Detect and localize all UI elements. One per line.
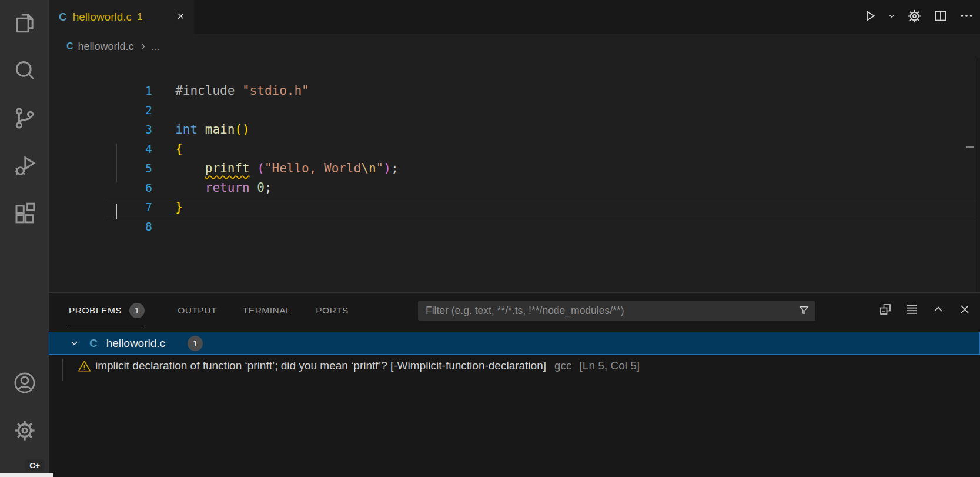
activity-item-explorer[interactable] — [0, 0, 49, 48]
gear-icon — [12, 418, 37, 445]
breadcrumb[interactable]: C helloworld.c ... — [66, 36, 160, 57]
code-line-2[interactable]: 2 — [49, 81, 976, 101]
chevron-right-icon — [138, 42, 148, 51]
problems-count-badge: 1 — [129, 303, 145, 318]
text-cursor — [116, 204, 117, 219]
filter-button[interactable] — [798, 304, 810, 318]
maximize-panel-button[interactable] — [931, 302, 945, 318]
editor-area: C helloworld.c 1 — [49, 0, 980, 477]
panel-header: PROBLEMS 1 OUTPUT TERMINAL PORTS — [49, 293, 980, 328]
problems-file-name: helloworld.c — [106, 337, 165, 350]
activity-item-search[interactable] — [0, 48, 49, 95]
editor-settings-button[interactable] — [907, 8, 922, 26]
window-edge-strip — [0, 473, 53, 477]
tab-helloworld-c[interactable]: C helloworld.c 1 — [49, 0, 194, 34]
code-line-5[interactable]: 5 prinft ("Hello, World\n"); — [49, 139, 976, 159]
c-file-icon: C — [89, 337, 98, 350]
extensions-icon — [12, 201, 37, 228]
panel-tab-label: PROBLEMS — [69, 305, 122, 316]
editor-tab-bar: C helloworld.c 1 — [49, 0, 980, 34]
gear-icon — [907, 8, 922, 26]
tab-problem-count: 1 — [137, 11, 142, 23]
search-icon — [12, 58, 37, 85]
account-icon — [12, 371, 37, 397]
code-editor[interactable]: 1#include "stdio.h" 2 3int main() 4{ 5 p… — [49, 58, 976, 292]
files-icon — [12, 11, 37, 37]
panel-tab-label: OUTPUT — [178, 305, 217, 316]
overview-ruler-marker — [966, 146, 974, 148]
problems-filter-box — [418, 301, 815, 321]
code-line-7[interactable]: 7} — [49, 178, 976, 198]
code-line-3[interactable]: 3int main() — [49, 101, 976, 120]
tree-indent-guide — [62, 359, 63, 381]
run-button[interactable] — [863, 9, 877, 25]
more-actions-icon — [959, 8, 974, 25]
problems-file-row[interactable]: C helloworld.c 1 — [49, 332, 980, 355]
panel-tab-label: PORTS — [316, 305, 349, 316]
breadcrumb-file[interactable]: helloworld.c — [78, 41, 134, 53]
split-editor-button[interactable] — [933, 8, 948, 25]
problem-source: gcc — [554, 359, 572, 372]
close-icon — [176, 11, 186, 23]
collapse-all-button[interactable] — [878, 302, 892, 318]
settings-button[interactable] — [0, 408, 49, 455]
activity-bar — [0, 0, 49, 477]
tab-ports[interactable]: PORTS — [316, 293, 349, 328]
c-file-icon: C — [59, 11, 67, 24]
activity-bar-top — [0, 0, 49, 238]
problem-location: [Ln 5, Col 5] — [580, 359, 640, 372]
run-icon — [863, 9, 877, 25]
line-number: 8 — [108, 217, 152, 236]
activity-item-extensions[interactable] — [0, 191, 49, 238]
breadcrumb-symbol[interactable]: ... — [152, 41, 160, 53]
code-line-6[interactable]: 6 return 0; — [49, 159, 976, 178]
activity-item-run-debug[interactable] — [0, 143, 49, 191]
problem-item[interactable]: implicit declaration of function ‘prinft… — [49, 355, 980, 377]
chevron-down-icon — [69, 338, 80, 349]
panel-actions — [878, 293, 972, 328]
account-button[interactable] — [0, 360, 49, 408]
problem-message: implicit declaration of function ‘prinft… — [95, 359, 546, 372]
close-tab-button[interactable] — [176, 11, 186, 23]
editor-actions — [863, 0, 974, 34]
run-dropdown-button[interactable] — [888, 12, 896, 22]
tab-label: helloworld.c — [73, 11, 132, 24]
tab-terminal[interactable]: TERMINAL — [243, 293, 291, 328]
code-line-1[interactable]: 1#include "stdio.h" — [49, 62, 976, 81]
close-panel-button[interactable] — [958, 302, 972, 318]
file-problems-count-badge: 1 — [188, 336, 203, 351]
tab-problems[interactable]: PROBLEMS 1 — [69, 293, 145, 328]
view-as-table-icon — [905, 302, 919, 318]
collapse-all-icon — [878, 302, 892, 318]
filter-input[interactable] — [418, 305, 798, 317]
activity-item-source-control[interactable] — [0, 95, 49, 143]
view-as-table-button[interactable] — [905, 302, 919, 318]
c-file-icon: C — [66, 41, 73, 52]
bottom-panel: PROBLEMS 1 OUTPUT TERMINAL PORTS — [49, 292, 980, 477]
more-actions-button[interactable] — [959, 8, 974, 25]
warning-icon — [78, 359, 91, 373]
panel-tab-label: TERMINAL — [243, 305, 291, 316]
split-editor-icon — [933, 8, 948, 25]
close-icon — [958, 302, 972, 318]
chevron-down-icon — [888, 12, 896, 22]
vscode-window: C+ C helloworld.c 1 — [0, 0, 980, 477]
filter-icon — [798, 304, 810, 318]
code-line-4[interactable]: 4{ — [49, 120, 976, 139]
run-debug-icon — [12, 154, 37, 180]
source-control-icon — [12, 106, 37, 132]
cpp-extension-badge: C+ — [25, 459, 45, 471]
problems-list: C helloworld.c 1 implicit declaration of… — [49, 332, 980, 377]
chevron-up-icon — [931, 302, 945, 318]
code-line-8[interactable]: 8 — [49, 198, 976, 217]
tab-output[interactable]: OUTPUT — [178, 293, 217, 328]
